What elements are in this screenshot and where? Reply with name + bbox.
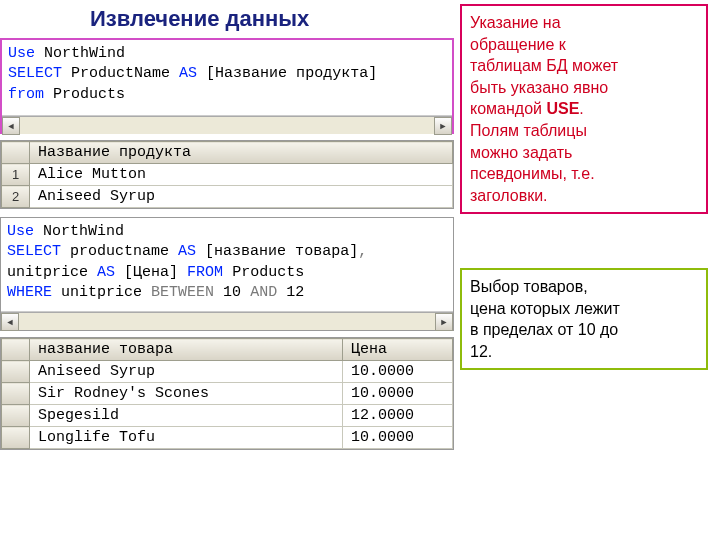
callout-line: можно задать (470, 142, 698, 164)
callout-line: Выбор товаров, (470, 276, 698, 298)
horizontal-scrollbar[interactable]: ◄ ► (2, 116, 452, 134)
row-number[interactable]: 1 (2, 164, 30, 186)
kw-as: AS (179, 65, 197, 82)
sql-alias: [название товара] (205, 243, 358, 260)
table-row[interactable]: Sir Rodney's Scones 10.0000 (2, 383, 453, 405)
corner-cell (2, 142, 30, 164)
row-number[interactable] (2, 427, 30, 449)
kw-where: WHERE (7, 284, 52, 301)
kw-as: AS (178, 243, 196, 260)
column-header[interactable]: Название продукта (30, 142, 453, 164)
callout-line: заголовки. (470, 185, 698, 207)
callout-line: в пределах от 10 до (470, 319, 698, 341)
callout-use-explanation: Указание на обращение к таблицам БД може… (460, 4, 708, 214)
sql-value: 12 (286, 284, 304, 301)
scroll-right-button[interactable]: ► (434, 117, 452, 135)
results-grid-2[interactable]: название товара Цена Aniseed Syrup 10.00… (0, 337, 454, 450)
kw-between: BETWEEN (151, 284, 214, 301)
callout-line: псевдонимы, т.е. (470, 163, 698, 185)
sql-value: 10 (223, 284, 241, 301)
kw-use: Use (7, 223, 34, 240)
cell-price[interactable]: 10.0000 (343, 427, 453, 449)
callout-line: 12. (470, 341, 698, 363)
cell-name[interactable]: Sir Rodney's Scones (30, 383, 343, 405)
callout-between-explanation: Выбор товаров, цена которых лежит в пред… (460, 268, 708, 370)
row-number[interactable] (2, 361, 30, 383)
kw-select: SELECT (8, 65, 62, 82)
scroll-left-button[interactable]: ◄ (2, 117, 20, 135)
kw-use: Use (8, 45, 35, 62)
cell-name[interactable]: Longlife Tofu (30, 427, 343, 449)
kw-select: SELECT (7, 243, 61, 260)
callout-text: . (579, 100, 583, 117)
cell-price[interactable]: 10.0000 (343, 361, 453, 383)
scroll-track[interactable] (20, 117, 434, 134)
cell-price[interactable]: 12.0000 (343, 405, 453, 427)
cell-name[interactable]: Spegesild (30, 405, 343, 427)
kw-and: AND (250, 284, 277, 301)
sql-alias: [Название продукта] (206, 65, 377, 82)
table-row[interactable]: 1 Alice Mutton (2, 164, 453, 186)
sql-alias: [Цена] (124, 264, 178, 281)
callout-line: быть указано явно (470, 77, 698, 99)
scroll-right-button[interactable]: ► (435, 313, 453, 331)
table-row[interactable]: 2 Aniseed Syrup (2, 186, 453, 208)
use-keyword: USE (546, 100, 579, 117)
page-title: Извлечение данных (90, 6, 309, 32)
scroll-track[interactable] (19, 313, 435, 330)
sql-col: unitprice (7, 264, 88, 281)
sql-col: productname (70, 243, 169, 260)
sql-db: NorthWind (43, 223, 124, 240)
sql-editor-2[interactable]: Use NorthWind SELECT productname AS [наз… (0, 217, 454, 331)
kw-from: from (8, 86, 44, 103)
row-number[interactable] (2, 405, 30, 427)
sql-col: unitprice (61, 284, 142, 301)
row-number[interactable] (2, 383, 30, 405)
row-number[interactable]: 2 (2, 186, 30, 208)
horizontal-scrollbar[interactable]: ◄ ► (1, 312, 453, 330)
table-row[interactable]: Longlife Tofu 10.0000 (2, 427, 453, 449)
scroll-left-button[interactable]: ◄ (1, 313, 19, 331)
callout-line: Указание на (470, 12, 698, 34)
sql-db: NorthWind (44, 45, 125, 62)
table-row[interactable]: Spegesild 12.0000 (2, 405, 453, 427)
callout-line: цена которых лежит (470, 298, 698, 320)
results-grid-1[interactable]: Название продукта 1 Alice Mutton 2 Anise… (0, 140, 454, 209)
column-header[interactable]: название товара (30, 339, 343, 361)
callout-line: командой USE. (470, 98, 698, 120)
callout-text: командой (470, 100, 546, 117)
table-row[interactable]: Aniseed Syrup 10.0000 (2, 361, 453, 383)
corner-cell (2, 339, 30, 361)
callout-line: Полям таблицы (470, 120, 698, 142)
sql-code-2[interactable]: Use NorthWind SELECT productname AS [наз… (1, 218, 453, 312)
sql-table: Products (53, 86, 125, 103)
sql-editor-1[interactable]: Use NorthWind SELECT ProductName AS [Наз… (0, 38, 454, 134)
cell-name[interactable]: Aniseed Syrup (30, 361, 343, 383)
kw-from: FROM (187, 264, 223, 281)
callout-line: таблицам БД может (470, 55, 698, 77)
sql-table: Products (232, 264, 304, 281)
cell-product-name[interactable]: Alice Mutton (30, 164, 453, 186)
sql-col: ProductName (71, 65, 170, 82)
sql-code-1[interactable]: Use NorthWind SELECT ProductName AS [Наз… (2, 40, 452, 116)
kw-as: AS (97, 264, 115, 281)
callout-line: обращение к (470, 34, 698, 56)
cell-price[interactable]: 10.0000 (343, 383, 453, 405)
cell-product-name[interactable]: Aniseed Syrup (30, 186, 453, 208)
column-header[interactable]: Цена (343, 339, 453, 361)
